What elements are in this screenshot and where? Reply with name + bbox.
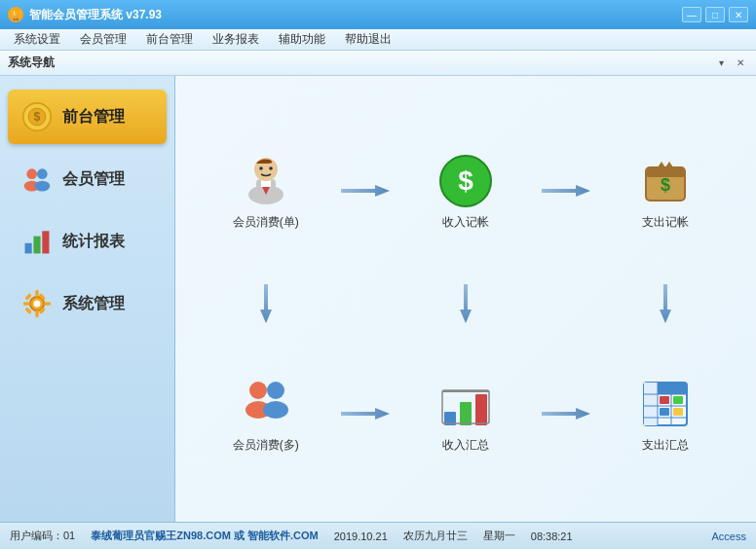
app-title: 智能会员管理系统 v37.93 xyxy=(29,7,162,23)
svg-marker-35 xyxy=(658,162,665,167)
icon-flow-grid: 会员消费(单) $ 收入记帐 $ 支出记帐 会员消费(多) xyxy=(195,105,737,502)
svg-rect-53 xyxy=(644,383,658,425)
menu-member[interactable]: 会员管理 xyxy=(70,29,136,50)
sidebar-item-member[interactable]: 会员管理 xyxy=(8,152,167,206)
svg-rect-9 xyxy=(42,231,49,253)
title-bar-left: 🏆 智能会员管理系统 v37.93 xyxy=(8,7,162,23)
sidebar-system-label: 系统管理 xyxy=(62,294,125,314)
expense-summary-label: 支出汇总 xyxy=(642,437,689,454)
svg-rect-14 xyxy=(23,302,30,306)
status-weekday: 星期一 xyxy=(483,529,515,543)
svg-marker-28 xyxy=(341,185,390,197)
member-consume-single-label: 会员消费(单) xyxy=(233,214,299,231)
svg-rect-47 xyxy=(475,394,487,425)
svg-marker-31 xyxy=(542,185,590,197)
income-account-item[interactable]: $ 收入记帐 xyxy=(431,146,501,238)
chart-icon xyxy=(19,224,55,259)
sidebar-item-stats[interactable]: 统计报表 xyxy=(8,214,167,269)
svg-rect-15 xyxy=(44,302,51,306)
main-layout: $ 前台管理 会员管理 xyxy=(0,76,756,522)
menu-report[interactable]: 业务报表 xyxy=(203,29,269,50)
nav-pin-button[interactable]: ▾ xyxy=(713,55,729,71)
nav-toolbar: 系统导航 ▾ ✕ xyxy=(0,51,756,76)
svg-text:$: $ xyxy=(34,110,41,124)
menu-settings[interactable]: 系统设置 xyxy=(4,29,70,50)
svg-text:$: $ xyxy=(661,175,670,195)
nav-label: 系统导航 xyxy=(8,55,55,71)
svg-rect-12 xyxy=(35,290,39,297)
gear-icon xyxy=(19,286,55,321)
status-user-code: 用户编码：01 xyxy=(10,529,75,543)
minimize-button[interactable]: — xyxy=(682,7,701,22)
close-button[interactable]: ✕ xyxy=(729,7,748,22)
svg-marker-44 xyxy=(341,408,390,420)
svg-point-4 xyxy=(37,168,48,179)
menu-frontdesk[interactable]: 前台管理 xyxy=(136,29,203,50)
status-lunar: 农历九月廿三 xyxy=(403,529,468,543)
income-account-label: 收入记帐 xyxy=(442,214,489,231)
sidebar: $ 前台管理 会员管理 xyxy=(0,76,175,522)
status-bar: 用户编码：01 泰绒葡理员官赐王ZN98.COM 或 智能软件.COM 2019… xyxy=(0,522,756,549)
content-area: 会员消费(单) $ 收入记帐 $ 支出记帐 会员消费(多) xyxy=(175,76,756,522)
arrow-right-1 xyxy=(341,181,390,204)
member-consume-multi-item[interactable]: 会员消费(多) xyxy=(225,369,307,461)
members-icon xyxy=(19,162,55,197)
svg-point-3 xyxy=(26,168,37,179)
svg-point-26 xyxy=(259,166,263,170)
arrow-right-row2-2 xyxy=(542,404,590,427)
status-db: Access xyxy=(712,531,746,542)
svg-point-40 xyxy=(249,382,267,399)
status-time: 08:38:21 xyxy=(531,531,573,542)
svg-marker-34 xyxy=(665,162,673,167)
menu-bar: 系统设置 会员管理 前台管理 业务报表 辅助功能 帮助退出 xyxy=(0,29,756,51)
svg-marker-39 xyxy=(660,284,671,323)
menu-help[interactable]: 帮助退出 xyxy=(335,29,401,50)
nav-controls: ▾ ✕ xyxy=(713,55,748,71)
svg-marker-37 xyxy=(260,284,272,323)
sidebar-item-frontdesk[interactable]: $ 前台管理 xyxy=(8,90,167,144)
svg-rect-13 xyxy=(35,311,39,317)
arrow-down-3 xyxy=(656,284,675,323)
svg-marker-38 xyxy=(460,284,472,323)
svg-rect-62 xyxy=(673,408,683,416)
svg-rect-46 xyxy=(460,402,472,425)
member-consume-single-item[interactable]: 会员消费(单) xyxy=(225,146,307,238)
svg-rect-61 xyxy=(660,408,669,416)
sidebar-item-system[interactable]: 系统管理 xyxy=(8,276,167,331)
window-controls: — □ ✕ xyxy=(682,7,748,22)
maximize-button[interactable]: □ xyxy=(705,7,725,22)
sidebar-frontdesk-label: 前台管理 xyxy=(62,107,125,128)
svg-text:$: $ xyxy=(458,165,473,196)
app-icon: 🏆 xyxy=(8,7,23,22)
sidebar-member-label: 会员管理 xyxy=(62,169,125,190)
svg-rect-7 xyxy=(25,243,32,254)
svg-point-27 xyxy=(269,166,273,170)
svg-point-6 xyxy=(34,181,50,192)
coin-icon: $ xyxy=(19,99,55,134)
nav-close-button[interactable]: ✕ xyxy=(733,55,748,71)
expense-account-label: 支出记帐 xyxy=(642,214,689,231)
svg-point-42 xyxy=(267,382,284,399)
expense-account-item[interactable]: $ 支出记帐 xyxy=(630,146,700,238)
arrow-down-2 xyxy=(456,284,475,323)
income-summary-label: 收入汇总 xyxy=(442,437,489,454)
title-bar: 🏆 智能会员管理系统 v37.93 — □ ✕ xyxy=(0,0,756,29)
expense-summary-item[interactable]: 支出汇总 xyxy=(630,369,700,461)
arrow-right-2 xyxy=(542,181,590,204)
arrow-right-row2-1 xyxy=(341,404,390,427)
status-operator: 泰绒葡理员官赐王ZN98.COM 或 智能软件.COM xyxy=(91,529,318,543)
svg-marker-50 xyxy=(542,408,590,420)
svg-point-43 xyxy=(263,401,288,419)
arrow-down-1 xyxy=(256,284,276,323)
svg-rect-59 xyxy=(660,396,669,404)
svg-rect-8 xyxy=(33,237,40,254)
status-date: 2019.10.21 xyxy=(334,531,388,542)
menu-tools[interactable]: 辅助功能 xyxy=(269,29,335,50)
income-summary-item[interactable]: 收入汇总 xyxy=(431,369,501,461)
sidebar-stats-label: 统计报表 xyxy=(62,232,125,252)
svg-point-11 xyxy=(33,300,40,307)
svg-rect-60 xyxy=(673,396,683,404)
member-consume-multi-label: 会员消费(多) xyxy=(233,437,299,454)
